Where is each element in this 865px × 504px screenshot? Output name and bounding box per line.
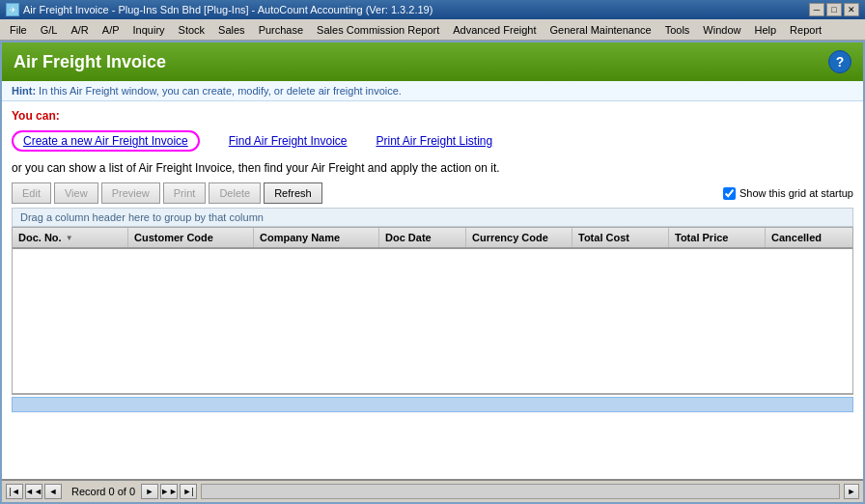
view-button[interactable]: View [54,182,98,204]
col-header-currency-code[interactable]: Currency Code [466,228,572,247]
col-currency-code-label: Currency Code [472,232,548,243]
refresh-button[interactable]: Refresh [264,182,322,204]
col-header-total-cost[interactable]: Total Cost [572,228,669,247]
show-grid-checkbox[interactable] [723,187,736,200]
you-can-label: You can: [12,109,853,123]
menu-general-maintenance[interactable]: General Maintenance [544,22,656,38]
col-customer-code-label: Customer Code [134,232,213,243]
toolbar: Edit View Preview Print Delete Refresh S… [12,182,853,204]
title-bar-left: ✈ Air Freight Invoice - Plug-Ins Sdn Bhd… [6,3,432,16]
nav-next-page-button[interactable]: ►► [160,484,178,499]
hint-prefix: Hint: [12,85,36,97]
scroll-right-button[interactable]: ► [844,484,859,499]
hint-text: In this Air Freight window, you can crea… [39,85,402,97]
menu-sales-commission[interactable]: Sales Commission Report [311,22,445,38]
col-header-doc-no[interactable]: Doc. No. ▼ [13,228,128,247]
title-bar-text: Air Freight Invoice - Plug-Ins Sdn Bhd [… [23,4,432,15]
action-links: Create a new Air Freight Invoice Find Ai… [12,126,853,155]
col-cancelled-label: Cancelled [771,232,822,243]
main-window: Air Freight Invoice ? Hint: In this Air … [0,41,865,504]
menu-file[interactable]: File [4,22,33,38]
status-bar: |◄ ◄◄ ◄ Record 0 of 0 ► ►► ►| ► [2,479,863,502]
title-bar-controls[interactable]: ─ □ ✕ [809,3,859,16]
print-listing-link[interactable]: Print Air Freight Listing [376,134,492,148]
close-button[interactable]: ✕ [844,3,859,16]
preview-button[interactable]: Preview [101,182,160,204]
col-doc-date-label: Doc Date [385,232,432,243]
sort-arrow-doc-no: ▼ [66,234,73,242]
nav-next-button[interactable]: ► [141,484,158,499]
menu-ap[interactable]: A/P [97,22,126,38]
menu-tools[interactable]: Tools [659,22,696,38]
nav-first-button[interactable]: |◄ [6,484,23,499]
nav-controls-right: ► ►► ►| [141,484,197,499]
maximize-button[interactable]: □ [826,3,842,16]
nav-prev-button[interactable]: ◄ [44,484,62,499]
menu-bar: File G/L A/R A/P Inquiry Stock Sales Pur… [0,19,865,41]
create-invoice-link[interactable]: Create a new Air Freight Invoice [23,134,188,148]
col-doc-no-label: Doc. No. [18,232,62,243]
create-link-container: Create a new Air Freight Invoice [12,130,200,152]
help-button[interactable]: ? [828,50,851,73]
menu-help[interactable]: Help [748,22,782,38]
col-total-cost-label: Total Cost [578,232,629,243]
window-title: Air Freight Invoice [14,52,166,72]
delete-button[interactable]: Delete [209,182,261,204]
col-header-company-name[interactable]: Company Name [254,228,379,247]
print-button[interactable]: Print [163,182,207,204]
nav-last-button[interactable]: ►| [180,484,197,499]
col-company-name-label: Company Name [260,232,340,243]
menu-report[interactable]: Report [784,22,827,38]
app-icon: ✈ [6,3,19,16]
menu-advanced-freight[interactable]: Advanced Freight [447,22,542,38]
menu-inquiry[interactable]: Inquiry [127,22,171,38]
menu-stock[interactable]: Stock [173,22,211,38]
menu-sales[interactable]: Sales [212,22,251,38]
show-grid-container: Show this grid at startup [723,187,853,200]
grid-header: Doc. No. ▼ Customer Code Company Name Do… [13,228,852,249]
title-bar: ✈ Air Freight Invoice - Plug-Ins Sdn Bhd… [0,0,865,19]
col-header-total-price[interactable]: Total Price [669,228,766,247]
minimize-button[interactable]: ─ [809,3,824,16]
menu-ar[interactable]: A/R [65,22,94,38]
col-header-cancelled[interactable]: Cancelled [766,228,843,247]
nav-prev-page-button[interactable]: ◄◄ [25,484,42,499]
col-total-price-label: Total Price [675,232,728,243]
grid-body [13,249,852,394]
selected-row-indicator [12,397,853,412]
menu-gl[interactable]: G/L [35,22,64,38]
data-grid: Doc. No. ▼ Customer Code Company Name Do… [12,227,853,395]
col-header-doc-date[interactable]: Doc Date [379,228,466,247]
show-list-text: or you can show a list of Air Freight In… [12,161,853,175]
window-header: Air Freight Invoice ? [2,42,863,81]
col-header-customer-code[interactable]: Customer Code [128,228,254,247]
hint-bar: Hint: In this Air Freight window, you ca… [2,81,863,101]
edit-button[interactable]: Edit [12,182,51,204]
horizontal-scrollbar[interactable] [201,484,840,499]
drag-column-hint: Drag a column header here to group by th… [12,208,853,227]
nav-controls: |◄ ◄◄ ◄ [2,484,66,499]
menu-purchase[interactable]: Purchase [253,22,309,38]
menu-window[interactable]: Window [697,22,746,38]
find-invoice-link[interactable]: Find Air Freight Invoice [229,134,348,148]
content-area: You can: Create a new Air Freight Invoic… [2,101,863,422]
show-grid-label: Show this grid at startup [739,187,853,199]
record-info: Record 0 of 0 [66,486,141,497]
